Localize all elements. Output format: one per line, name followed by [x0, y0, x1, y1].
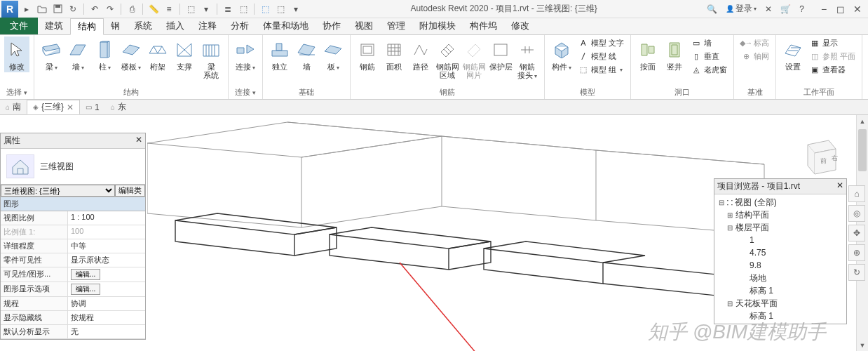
- modify-tool[interactable]: 修改: [4, 37, 29, 72]
- model-group-tool[interactable]: ⬚模型 组: [576, 63, 626, 76]
- floor-tool[interactable]: 楼板: [118, 37, 144, 81]
- tree-leaf[interactable]: 标高 1: [717, 284, 843, 297]
- level-tool[interactable]: ◆→标高: [738, 37, 771, 49]
- help-icon[interactable]: ?: [797, 4, 806, 14]
- open-icon[interactable]: ▸: [20, 2, 34, 16]
- rebar-tool[interactable]: 钢筋: [355, 37, 380, 81]
- property-value[interactable]: 显示原状态: [68, 253, 145, 267]
- ref-plane-tool[interactable]: ◫参照 平面: [807, 50, 857, 62]
- fabric-sheet-tool[interactable]: 钢筋网 网片: [461, 37, 487, 81]
- tree-root[interactable]: ⊟⸬ 视图 (全部): [717, 196, 843, 208]
- tree-section[interactable]: ⊟楼层平面: [717, 221, 843, 234]
- column-tool[interactable]: 柱: [92, 37, 117, 81]
- brace-tool[interactable]: 支撑: [172, 37, 197, 81]
- edit-type-button[interactable]: 编辑类: [115, 185, 145, 197]
- cascade-icon[interactable]: ▾: [289, 2, 303, 16]
- tab-modify[interactable]: 修改: [504, 18, 536, 34]
- switch-view-icon[interactable]: ⬚: [258, 2, 272, 16]
- tree-section[interactable]: ⊞结构平面: [717, 208, 843, 221]
- property-value[interactable]: 编辑...: [68, 282, 145, 296]
- full-nav-wheel-icon[interactable]: ◎: [848, 205, 865, 222]
- redo-icon[interactable]: ↷: [103, 2, 117, 16]
- tab-analyze[interactable]: 分析: [224, 18, 256, 34]
- fabric-area-tool[interactable]: 钢筋网 区域: [435, 37, 460, 81]
- component-tool[interactable]: 构件: [549, 37, 574, 76]
- property-value[interactable]: 按规程: [68, 311, 145, 324]
- path-tool[interactable]: 路径: [408, 37, 433, 81]
- tab-insert[interactable]: 插入: [159, 18, 191, 34]
- search-icon[interactable]: 🔍: [705, 4, 719, 14]
- tab-systems[interactable]: 系统: [127, 18, 159, 34]
- scroll-down-icon[interactable]: ▼: [857, 339, 868, 351]
- exchange-icon[interactable]: ✕: [763, 4, 774, 14]
- shaft-tool[interactable]: 竖井: [662, 37, 687, 76]
- area-tool[interactable]: 面积: [381, 37, 407, 81]
- property-row[interactable]: 默认分析显示无: [1, 325, 145, 339]
- close-pb-icon[interactable]: ✕: [836, 180, 843, 192]
- property-row[interactable]: 图形显示选项编辑...: [1, 282, 145, 297]
- pan-icon[interactable]: ✥: [848, 225, 865, 241]
- close-properties-icon[interactable]: ✕: [135, 135, 142, 147]
- type-selector[interactable]: 三维视图: {三维}: [1, 185, 115, 197]
- tab-manage[interactable]: 管理: [380, 18, 412, 34]
- truss-tool[interactable]: 桁架: [145, 37, 170, 81]
- cover-tool[interactable]: 保护层: [488, 37, 513, 81]
- tree-leaf[interactable]: 1: [717, 234, 843, 246]
- minimize-button[interactable]: −: [816, 2, 832, 16]
- property-value[interactable]: 中等: [68, 239, 145, 253]
- property-row[interactable]: 比例值 1:100: [1, 225, 145, 239]
- wall-tool[interactable]: 墙: [65, 37, 90, 81]
- tab-steel[interactable]: 钢: [104, 18, 127, 34]
- property-value[interactable]: 100: [68, 225, 145, 239]
- property-row[interactable]: 可见性/图形...编辑...: [1, 267, 145, 282]
- close-button[interactable]: ✕: [850, 2, 865, 16]
- folder-icon[interactable]: [35, 2, 49, 16]
- tree-leaf[interactable]: 场地: [717, 272, 843, 284]
- property-row[interactable]: 详细程度中等: [1, 239, 145, 253]
- property-row[interactable]: 显示隐藏线按规程: [1, 311, 145, 325]
- view-tab-1[interactable]: ▭1: [80, 100, 105, 114]
- cart-icon[interactable]: 🛒: [778, 4, 793, 14]
- file-tab[interactable]: 文件: [0, 18, 38, 34]
- undo-icon[interactable]: ↶: [88, 2, 102, 16]
- property-row[interactable]: 视图比例1 : 100: [1, 211, 145, 225]
- property-value[interactable]: 协调: [68, 297, 145, 310]
- tab-addins[interactable]: 附加模块: [412, 18, 463, 34]
- align-icon[interactable]: ≡: [162, 2, 176, 16]
- property-row[interactable]: 规程协调: [1, 297, 145, 311]
- tab-collaborate[interactable]: 协作: [316, 18, 348, 34]
- connection-tool[interactable]: 连接: [233, 37, 258, 73]
- property-value[interactable]: 1 : 100: [68, 211, 145, 225]
- show-wp-tool[interactable]: ▦显示: [807, 37, 857, 49]
- close-tab-icon[interactable]: ✕: [67, 102, 74, 112]
- view-tab-3d[interactable]: ◈{三维}✕: [27, 100, 80, 114]
- by-face-tool[interactable]: 按面: [635, 37, 660, 76]
- zoom-icon[interactable]: ⊕: [848, 244, 865, 261]
- wall-foundation-tool[interactable]: 墙: [294, 37, 319, 73]
- beam-system-tool[interactable]: 梁 系统: [198, 37, 224, 81]
- sync-icon[interactable]: ↻: [66, 2, 80, 16]
- thin-lines-icon[interactable]: ≣: [221, 2, 235, 16]
- dormer-tool[interactable]: ◬老虎窗: [689, 63, 729, 76]
- model-text-tool[interactable]: A模型 文字: [576, 37, 626, 49]
- save-icon[interactable]: [50, 2, 65, 16]
- tab-component[interactable]: 构件坞: [463, 18, 504, 34]
- tree-section[interactable]: ⊟天花板平面: [717, 297, 843, 310]
- login-button[interactable]: 👤登录▾: [724, 3, 759, 15]
- isolated-tool[interactable]: 独立: [267, 37, 292, 73]
- grid-tool[interactable]: ⊕轴网: [738, 50, 771, 62]
- edit-button[interactable]: 编辑...: [71, 269, 100, 280]
- property-row[interactable]: 零件可见性显示原状态: [1, 253, 145, 267]
- beam-tool[interactable]: 梁: [39, 37, 64, 81]
- coupler-tool[interactable]: 钢筋 接头: [515, 37, 540, 81]
- tab-structure[interactable]: 结构: [70, 18, 104, 35]
- orbit-icon[interactable]: ↻: [848, 264, 865, 281]
- set-workplane-tool[interactable]: 设置: [780, 37, 806, 76]
- measure-icon[interactable]: 📏: [147, 2, 161, 16]
- property-value[interactable]: 编辑...: [68, 267, 145, 282]
- vertical-opening-tool[interactable]: ▯垂直: [689, 50, 729, 62]
- viewer-tool[interactable]: ▣查看器: [807, 63, 857, 76]
- model-line-tool[interactable]: 〳模型 线: [576, 50, 626, 62]
- wall-opening-tool[interactable]: ▭墙: [689, 37, 729, 49]
- scroll-up-icon[interactable]: ▲: [857, 115, 868, 127]
